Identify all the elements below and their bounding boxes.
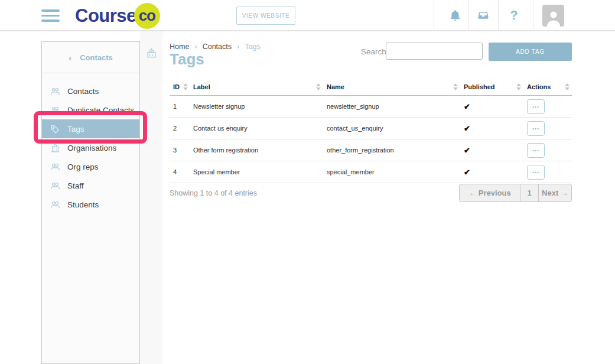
logo-badge: co — [134, 3, 160, 29]
pagination-page-1-button[interactable]: 1 — [520, 184, 539, 202]
showing-entries-text: Showing 1 to 4 of 4 entries — [170, 189, 257, 197]
contacts-sidebar: ‹ Contacts Contacts Duplicate Contacts T… — [41, 41, 140, 364]
sidebar-item-contacts[interactable]: Contacts — [42, 82, 139, 100]
cell-label: Other form registration — [190, 147, 323, 154]
published-check-icon: ✔ — [464, 124, 470, 133]
icon-rail — [140, 31, 162, 364]
person-icon — [545, 9, 562, 27]
breadcrumb-home[interactable]: Home — [170, 43, 189, 51]
inbox-tray-icon[interactable] — [473, 0, 494, 30]
table-footer: Showing 1 to 4 of 4 entries ← Previous 1… — [170, 184, 572, 202]
pagination-next-button[interactable]: Next → — [539, 184, 571, 202]
row-actions-button[interactable]: ••• — [527, 165, 545, 180]
people-icon — [50, 162, 60, 172]
search-label: Search: — [361, 47, 389, 56]
header-divider — [533, 0, 533, 30]
sort-icon — [453, 83, 458, 90]
header-divider — [434, 0, 434, 30]
row-actions-button[interactable]: ••• — [527, 121, 545, 136]
tags-table: ID Label Name Published Actions 1 New — [170, 79, 572, 183]
chevron-left-icon: ‹ — [69, 53, 71, 63]
sidebar-item-label: Organisations — [67, 144, 116, 152]
sidebar-item-label: Staff — [67, 181, 84, 190]
breadcrumb: Home › Contacts › Tags — [170, 42, 261, 51]
sidebar-item-label: Students — [67, 200, 99, 209]
row-actions-button[interactable]: ••• — [527, 143, 545, 158]
column-header-label[interactable]: Label — [190, 83, 323, 90]
cell-id: 2 — [170, 125, 190, 132]
sort-icon — [183, 83, 188, 90]
building-icon — [50, 143, 60, 153]
sidebar-nav: Contacts Duplicate Contacts Tags Organis… — [42, 73, 139, 214]
pagination: ← Previous 1 Next → — [459, 184, 572, 202]
menu-hamburger-icon[interactable] — [41, 9, 60, 22]
table-header-row: ID Label Name Published Actions — [170, 79, 572, 96]
sidebar-item-label: Org reps — [67, 162, 99, 171]
sidebar-item-organisations[interactable]: Organisations — [42, 138, 139, 157]
sidebar-item-students[interactable]: Students — [42, 195, 139, 214]
cell-label: Newsletter signup — [190, 103, 323, 110]
sidebar-section-title: Contacts — [80, 53, 113, 62]
sort-icon — [565, 83, 570, 90]
column-header-published[interactable]: Published — [460, 83, 523, 90]
published-check-icon: ✔ — [464, 146, 470, 155]
sort-icon — [316, 83, 321, 90]
breadcrumb-tags: Tags — [245, 43, 260, 51]
sidebar-item-label: Tags — [67, 125, 84, 134]
question-mark-icon: ? — [510, 8, 518, 23]
sidebar-item-staff[interactable]: Staff — [42, 176, 139, 195]
sidebar-item-tags[interactable]: Tags — [42, 119, 139, 138]
table-row: 1 Newsletter signup newsletter_signup ✔ … — [170, 96, 572, 118]
cell-name: other_form_registration — [323, 147, 460, 154]
cell-id: 3 — [170, 147, 190, 154]
people-icon — [50, 105, 60, 115]
breadcrumb-contacts[interactable]: Contacts — [203, 43, 232, 51]
table-row: 4 Special member special_member ✔ ••• — [170, 161, 572, 183]
inbox-icon — [477, 9, 490, 21]
search-input[interactable] — [386, 43, 483, 60]
notifications-bell-icon[interactable] — [444, 0, 466, 30]
bell-icon — [449, 9, 461, 22]
cell-name: newsletter_signup — [323, 103, 460, 110]
header-divider — [498, 0, 499, 30]
cell-label: Contact us enquiry — [190, 125, 323, 132]
people-icon — [50, 86, 60, 96]
view-website-button[interactable]: VIEW WEBSITE — [236, 6, 295, 25]
cell-label: Special member — [190, 168, 323, 176]
people-icon — [50, 200, 60, 210]
sidebar-item-label: Contacts — [67, 87, 99, 96]
school-building-icon[interactable] — [146, 47, 157, 58]
cell-id: 1 — [170, 103, 190, 110]
column-header-name[interactable]: Name — [323, 83, 460, 90]
sidebar-back-header[interactable]: ‹ Contacts — [42, 42, 139, 73]
main-content: Home › Contacts › Tags Tags Search: ADD … — [162, 31, 615, 364]
column-header-actions[interactable]: Actions — [523, 83, 572, 90]
cell-id: 4 — [170, 168, 190, 176]
table-row: 3 Other form registration other_form_reg… — [170, 139, 572, 161]
top-header: Course co VIEW WEBSITE ? — [0, 0, 615, 31]
cell-name: contact_us_enquiry — [323, 125, 460, 132]
published-check-icon: ✔ — [464, 168, 470, 177]
column-header-id[interactable]: ID — [170, 83, 190, 90]
sidebar-item-duplicate-contacts[interactable]: Duplicate Contacts — [42, 100, 139, 119]
header-divider — [468, 0, 469, 30]
published-check-icon: ✔ — [464, 102, 470, 111]
app-logo: Course co — [75, 0, 160, 31]
row-actions-button[interactable]: ••• — [527, 99, 545, 114]
logo-text: Course — [75, 5, 136, 27]
pagination-previous-button[interactable]: ← Previous — [460, 184, 520, 202]
user-avatar[interactable] — [542, 5, 564, 27]
page-title: Tags — [170, 50, 204, 69]
chevron-right-icon: › — [194, 42, 197, 51]
table-row: 2 Contact us enquiry contact_us_enquiry … — [170, 118, 572, 139]
add-tag-button[interactable]: ADD TAG — [489, 43, 572, 61]
sidebar-item-org-reps[interactable]: Org reps — [42, 157, 139, 176]
chevron-right-icon: › — [237, 42, 239, 51]
help-icon[interactable]: ? — [503, 0, 525, 30]
cell-name: special_member — [323, 168, 460, 176]
tag-icon — [50, 124, 60, 134]
people-icon — [50, 181, 60, 191]
sort-icon — [516, 83, 521, 90]
sidebar-item-label: Duplicate Contacts — [67, 106, 134, 115]
